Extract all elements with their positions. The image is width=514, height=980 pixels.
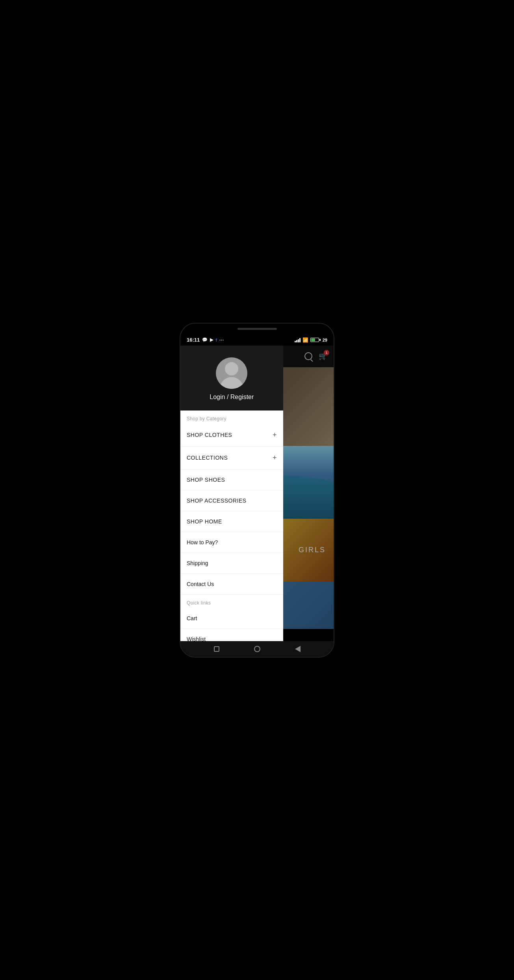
shop-by-category-label: Shop by Category <box>180 410 283 424</box>
sidebar-overlay: Login / Register Shop by Category SHOP C… <box>180 346 334 641</box>
nav-home-button[interactable] <box>253 645 262 653</box>
status-left: 16:11 💬 ▶ f ··· <box>187 337 224 343</box>
avatar-silhouette <box>216 357 247 389</box>
nav-recent-button[interactable] <box>212 645 221 653</box>
sidebar-right-overlay[interactable] <box>283 346 334 641</box>
sidebar-panel: Login / Register Shop by Category SHOP C… <box>180 346 283 641</box>
phone-frame: 16:11 💬 ▶ f ··· 📶 <box>180 323 334 658</box>
nav-circle-icon <box>254 646 260 652</box>
sidebar-item-contact-us[interactable]: Contact Us <box>180 574 283 595</box>
sidebar-item-cart[interactable]: Cart <box>180 608 283 629</box>
avatar-head <box>225 362 238 375</box>
sidebar-item-how-to-pay[interactable]: How to Pay? <box>180 532 283 553</box>
facebook-icon: f <box>215 338 217 342</box>
sidebar-item-collections[interactable]: COLLECTIONS + <box>180 447 283 470</box>
avatar <box>216 357 247 389</box>
contact-us-label: Contact Us <box>187 581 214 587</box>
wifi-icon: 📶 <box>302 337 308 343</box>
status-right: 📶 29 <box>295 337 327 343</box>
quick-links-label: Quick links <box>180 595 283 608</box>
shop-clothes-label: SHOP CLOTHES <box>187 432 232 438</box>
message-icon: 💬 <box>202 337 208 342</box>
shop-home-label: SHOP HOME <box>187 518 222 525</box>
nav-triangle-icon <box>295 646 301 652</box>
sidebar-header: Login / Register <box>180 346 283 410</box>
sidebar-item-wishlist[interactable]: Wishlist <box>180 629 283 641</box>
battery-icon <box>310 338 321 342</box>
sidebar-item-shop-home[interactable]: SHOP HOME <box>180 511 283 532</box>
avatar-body <box>220 377 243 389</box>
sidebar-item-shop-shoes[interactable]: SHOP SHOES <box>180 470 283 490</box>
shop-accessories-label: SHOP ACCESSORIES <box>187 497 247 504</box>
cart-label: Cart <box>187 615 197 621</box>
login-register-label[interactable]: Login / Register <box>210 394 254 401</box>
nav-bar <box>180 641 334 657</box>
how-to-pay-label: How to Pay? <box>187 539 218 545</box>
sidebar-item-shipping[interactable]: Shipping <box>180 553 283 574</box>
shipping-label: Shipping <box>187 560 208 566</box>
wishlist-label: Wishlist <box>187 636 206 641</box>
time-display: 16:11 <box>187 337 200 343</box>
play-icon: ▶ <box>210 337 213 342</box>
notch <box>238 328 277 330</box>
more-icon: ··· <box>219 338 224 342</box>
status-bar: 16:11 💬 ▶ f ··· 📶 <box>180 335 334 346</box>
battery-percent: 29 <box>323 338 327 342</box>
collections-label: COLLECTIONS <box>187 455 228 461</box>
collections-expand-icon: + <box>273 454 277 462</box>
sidebar-item-shop-accessories[interactable]: SHOP ACCESSORIES <box>180 490 283 511</box>
nav-back-button[interactable] <box>293 645 302 653</box>
notch-bar <box>180 324 334 335</box>
shop-shoes-label: SHOP SHOES <box>187 477 225 483</box>
nav-square-icon <box>214 646 219 652</box>
shop-clothes-expand-icon: + <box>273 431 277 439</box>
phone-screen: 🛒 1 g E GIRLS <box>180 346 334 641</box>
signal-icon <box>295 338 301 342</box>
sidebar-item-shop-clothes[interactable]: SHOP CLOTHES + <box>180 424 283 447</box>
